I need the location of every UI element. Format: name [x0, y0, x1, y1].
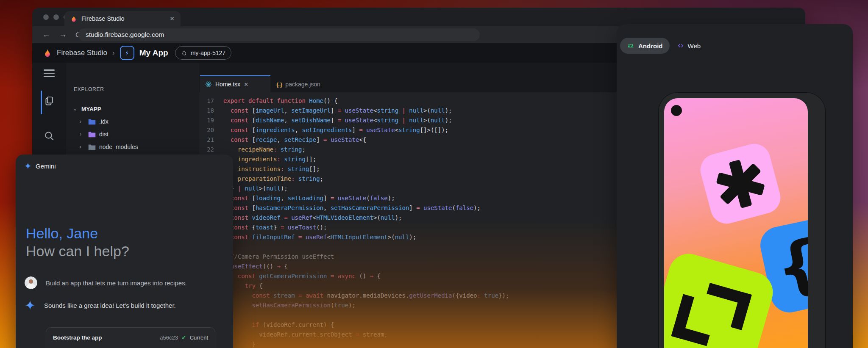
- gemini-panel-title: Gemini: [36, 163, 56, 170]
- platform-toggle: Android Web: [620, 38, 707, 54]
- preview-panel: Android Web {: [617, 24, 853, 348]
- greeting-line2: How can I help?: [26, 242, 129, 260]
- greeting-line1: Hello, Jane: [26, 224, 129, 242]
- tree-folder-node-modules[interactable]: › node_modules: [66, 141, 199, 153]
- status-badge: Current: [190, 334, 208, 341]
- back-icon[interactable]: ←: [42, 30, 50, 39]
- toggle-web[interactable]: Web: [671, 38, 707, 54]
- editor-tab-package-json[interactable]: {..} package.json: [271, 76, 353, 92]
- android-device-frame: {: [658, 92, 826, 348]
- workspace-badge[interactable]: my-app-5127: [175, 46, 232, 60]
- browser-tab-strip: Firebase Studio ✕: [32, 8, 805, 26]
- tab-close-icon[interactable]: ✕: [244, 81, 248, 88]
- user-message-text: Build an app that lets me turn images in…: [46, 279, 187, 287]
- chevron-right-icon: ›: [80, 144, 85, 150]
- chevron-right-icon: ›: [80, 131, 85, 137]
- browser-tab-title: Firebase Studio: [81, 15, 165, 22]
- window-control-dot[interactable]: [53, 14, 59, 20]
- chevron-down-icon: ⌄: [73, 106, 78, 112]
- toggle-android-label: Android: [638, 42, 663, 50]
- assistant-message-text: Sounds like a great idea! Let’s build it…: [44, 302, 176, 309]
- editor-tab-home-tsx[interactable]: Home.tsx ✕: [200, 75, 270, 92]
- search-icon[interactable]: [44, 130, 55, 141]
- firebase-flame-icon: [70, 15, 77, 22]
- product-name: Firebase Studio: [57, 49, 107, 57]
- app-name: My App: [139, 48, 168, 58]
- android-icon: [627, 42, 634, 50]
- task-card[interactable]: Bootstrap the app a56c23 ✓ Current src/p…: [46, 327, 215, 348]
- menu-icon[interactable]: [44, 69, 55, 77]
- bracket-tile: [664, 249, 778, 348]
- react-icon: [205, 81, 212, 88]
- address-bar[interactable]: studio.firebase.google.com: [78, 28, 480, 41]
- tree-folder-dist[interactable]: › dist: [66, 128, 199, 141]
- tree-root-myapp[interactable]: ⌄ MYAPP: [66, 102, 199, 115]
- code-brackets-icon: [677, 42, 684, 49]
- curly-brace-glyph: {: [769, 225, 808, 307]
- explorer-files-icon[interactable]: [44, 96, 55, 107]
- droplet-icon: [181, 50, 187, 56]
- task-card-title: Bootstrap the app: [53, 334, 102, 341]
- tab-close-icon[interactable]: ✕: [170, 15, 175, 22]
- breadcrumb-chevron-icon: ›: [112, 49, 115, 57]
- gemini-star-icon: [25, 300, 36, 311]
- folder-icon: [88, 119, 96, 125]
- active-view-indicator: [41, 91, 42, 114]
- firebase-flame-icon: [43, 49, 52, 57]
- camera-punch-hole: [671, 105, 682, 116]
- toggle-web-label: Web: [688, 42, 701, 50]
- check-icon: ✓: [181, 334, 186, 341]
- user-message-row: Build an app that lets me turn images in…: [25, 276, 187, 289]
- gemini-star-icon: [24, 162, 32, 170]
- asterisk-tile: [697, 140, 784, 227]
- commit-hash: a56c23: [160, 334, 178, 341]
- window-control-dot[interactable]: [43, 14, 49, 20]
- chevron-right-icon: ›: [80, 119, 85, 124]
- user-avatar: [25, 276, 37, 289]
- explorer-title: EXPLORER: [66, 63, 199, 92]
- tree-folder-idx[interactable]: › .idx: [66, 115, 199, 128]
- app-icon: [120, 46, 134, 60]
- gemini-panel: Gemini Hello, Jane How can I help? Build…: [16, 155, 233, 348]
- folder-icon: [88, 131, 96, 138]
- browser-tab[interactable]: Firebase Studio ✕: [64, 11, 181, 26]
- bracket-corner-glyph: [671, 294, 719, 346]
- assistant-message-row: Sounds like a great idea! Let’s build it…: [25, 300, 176, 311]
- toggle-android[interactable]: Android: [620, 38, 670, 54]
- folder-icon: [88, 144, 96, 150]
- json-braces-icon: {..}: [276, 81, 282, 88]
- forward-icon[interactable]: →: [59, 30, 67, 39]
- workspace-badge-label: my-app-5127: [191, 50, 226, 56]
- device-screen: {: [664, 98, 808, 348]
